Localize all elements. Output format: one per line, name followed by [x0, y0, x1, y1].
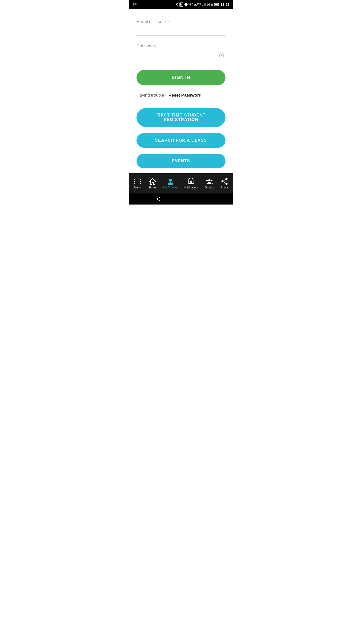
- android-navigation-bar: [129, 193, 233, 205]
- signin-button[interactable]: SIGN IN: [137, 70, 225, 85]
- signal-icon: [202, 3, 206, 6]
- svg-rect-10: [215, 4, 218, 6]
- svg-point-27: [225, 183, 228, 185]
- svg-rect-2: [187, 4, 188, 5]
- svg-marker-30: [156, 197, 160, 201]
- password-label: Password: [137, 43, 225, 49]
- password-input-wrapper: [137, 51, 225, 60]
- svg-point-12: [221, 55, 222, 56]
- nav-item-menu[interactable]: Menu: [130, 176, 145, 191]
- svg-point-19: [169, 179, 172, 182]
- share-icon: [221, 178, 228, 185]
- status-bar: 77° N 4GLTE 95%: [129, 0, 233, 9]
- home-icon: [149, 178, 156, 185]
- email-field-group: Email or User ID: [137, 19, 225, 36]
- password-input[interactable]: [137, 51, 218, 60]
- trouble-text: Having trouble?: [137, 93, 166, 98]
- bottom-navigation: Menu Home My Account No: [129, 173, 233, 193]
- svg-rect-6: [205, 4, 205, 6]
- svg-rect-3: [202, 5, 203, 6]
- svg-rect-4: [203, 5, 204, 6]
- password-field-group: Password: [137, 43, 225, 60]
- nav-label-notifications: Notifications: [184, 186, 199, 189]
- trouble-line: Having trouble? Reset Password: [137, 93, 225, 98]
- svg-line-29: [223, 182, 225, 183]
- nav-label-my-account: My Account: [163, 186, 177, 189]
- svg-rect-5: [204, 4, 204, 6]
- search-class-button[interactable]: SEARCH FOR A CLASS: [137, 133, 225, 148]
- email-input[interactable]: [137, 27, 225, 36]
- temperature: 77°: [132, 3, 138, 7]
- menu-icon: [134, 178, 141, 185]
- svg-point-23: [206, 180, 208, 181]
- svg-point-26: [221, 180, 223, 182]
- email-label: Email or User ID: [137, 19, 225, 24]
- events-button[interactable]: EVENTS: [137, 154, 225, 168]
- nfc-icon: N: [179, 3, 183, 7]
- main-content: Email or User ID Password SIGN IN Having…: [129, 9, 233, 173]
- email-input-wrapper: [137, 27, 225, 36]
- status-icons: N 4GLTE 95% 11:26: [175, 3, 230, 7]
- bluetooth-icon: [175, 3, 178, 7]
- password-toggle-button[interactable]: [218, 51, 225, 60]
- nav-label-menu: Menu: [134, 186, 141, 189]
- notifications-icon: [188, 178, 195, 185]
- svg-point-22: [208, 179, 210, 181]
- svg-rect-0: [185, 3, 187, 6]
- svg-rect-18: [135, 183, 140, 184]
- svg-point-24: [211, 180, 212, 181]
- svg-rect-7: [205, 3, 206, 6]
- nav-label-home: Home: [149, 186, 156, 189]
- nav-item-home[interactable]: Home: [146, 176, 160, 191]
- svg-point-25: [225, 178, 228, 180]
- nav-item-groups[interactable]: Groups: [202, 176, 216, 191]
- nav-label-groups: Groups: [205, 186, 214, 189]
- battery-icon: [214, 3, 219, 6]
- groups-icon: [206, 178, 213, 185]
- svg-marker-21: [190, 180, 193, 183]
- battery-percent: 95%: [207, 3, 213, 7]
- svg-rect-1: [184, 4, 185, 5]
- reset-password-link[interactable]: Reset Password: [168, 93, 201, 98]
- nav-item-share[interactable]: Share: [217, 176, 232, 191]
- svg-rect-17: [135, 181, 140, 182]
- svg-rect-16: [135, 179, 140, 180]
- nav-item-notifications[interactable]: Notifications: [181, 176, 201, 191]
- svg-line-28: [223, 179, 225, 181]
- nav-label-share: Share: [221, 186, 228, 189]
- wifi-icon: [189, 3, 193, 6]
- time: 11:26: [220, 3, 230, 7]
- android-back-button[interactable]: [155, 196, 161, 202]
- registration-button[interactable]: FIRST TIME STUDENT REGISTRATION: [137, 108, 225, 127]
- nav-item-my-account[interactable]: My Account: [161, 176, 180, 191]
- svg-rect-9: [219, 4, 219, 5]
- my-account-icon: [167, 178, 174, 185]
- network-type: 4GLTE: [194, 3, 201, 6]
- vibrate-icon: [184, 3, 188, 6]
